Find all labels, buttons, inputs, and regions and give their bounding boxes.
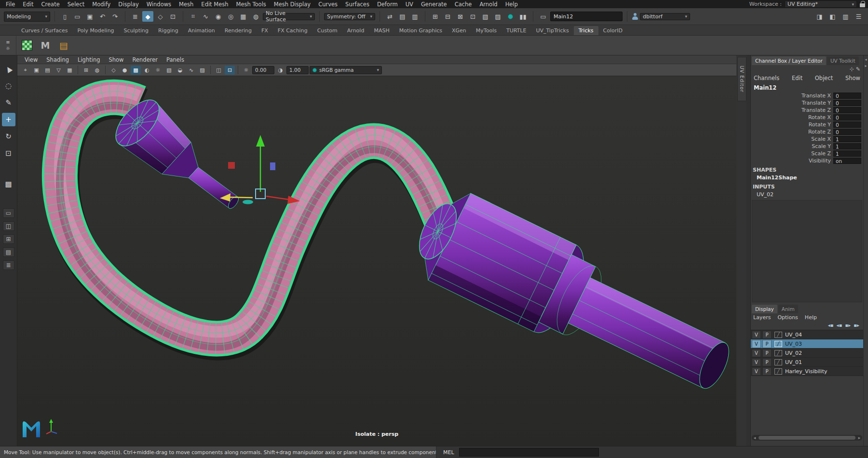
menu-deform[interactable]: Deform xyxy=(373,1,402,8)
snap-grid-icon[interactable]: ⌗ xyxy=(188,11,199,22)
layout-outliner-button[interactable]: ≣ xyxy=(3,260,14,270)
menu-cache[interactable]: Cache xyxy=(451,1,476,8)
menu-curves[interactable]: Curves xyxy=(314,1,341,8)
layer-playback-toggle[interactable]: P xyxy=(762,367,772,376)
object-name-input[interactable] xyxy=(550,12,623,21)
textured-shading-icon[interactable]: ▩ xyxy=(131,66,141,75)
select-object-mode-icon[interactable]: ◆ xyxy=(142,11,153,22)
panel-menu-view[interactable]: View xyxy=(20,56,42,63)
panel-collapse-strip[interactable]: ◂ ▸ xyxy=(863,55,868,446)
shelf-tab-arnold[interactable]: Arnold xyxy=(342,26,369,35)
tab-anim-layers[interactable]: Anim xyxy=(778,305,798,313)
layout-persp-outliner-button[interactable]: ▤ xyxy=(3,247,14,257)
layer-name[interactable]: Harley_Visibility xyxy=(784,368,827,375)
expand-panel-icon[interactable]: ▸ xyxy=(864,64,868,68)
pan-zoom-2d-icon[interactable]: ⊞ xyxy=(81,66,91,75)
shelf-menu-icon[interactable]: ≡ xyxy=(6,40,10,45)
shelf-tab-mash[interactable]: MASH xyxy=(369,26,394,35)
select-component-mode-icon[interactable]: ◇ xyxy=(155,11,166,22)
layer-row-harley-visibility[interactable]: V P ╱ Harley_Visibility xyxy=(751,367,863,376)
wireframe-shading-icon[interactable]: ◇ xyxy=(108,66,119,75)
layout-four-pane-button[interactable]: ⊞ xyxy=(3,234,14,244)
layer-editor-horizontal-scrollbar[interactable]: ◂ ▸ xyxy=(752,435,862,441)
output-connections-icon[interactable]: ▥ xyxy=(409,11,420,22)
snap-projected-center-icon[interactable]: ◎ xyxy=(225,11,236,22)
channel-value-visibility[interactable]: on xyxy=(833,158,861,164)
menu-select[interactable]: Select xyxy=(64,1,88,8)
layer-menu-options[interactable]: Options xyxy=(777,314,798,321)
layer-name[interactable]: UV_04 xyxy=(784,332,802,338)
menu-windows[interactable]: Windows xyxy=(143,1,175,8)
save-scene-icon[interactable]: ▣ xyxy=(84,11,95,22)
layer-row-uv-03[interactable]: V P ╱ UV_03 xyxy=(751,339,863,349)
menu-mesh-display[interactable]: Mesh Display xyxy=(270,1,314,8)
scroll-left-icon[interactable]: ◂ xyxy=(752,435,758,440)
channel-menu-edit[interactable]: Edit xyxy=(792,75,802,81)
shelf-gear-icon[interactable]: ☼ xyxy=(6,46,10,51)
snap-view-plane-icon[interactable]: ▦ xyxy=(238,11,249,22)
menu-create[interactable]: Create xyxy=(38,1,64,8)
panel-menu-show[interactable]: Show xyxy=(105,56,128,63)
toggle-attribute-editor-icon[interactable]: ◧ xyxy=(827,11,838,22)
menu-arnold[interactable]: Arnold xyxy=(475,1,501,8)
tab-channel-box-layer-editor[interactable]: Channel Box / Layer Editor xyxy=(752,56,826,65)
menu-edit[interactable]: Edit xyxy=(19,1,37,8)
shelf-tab-uv-tiptricks[interactable]: UV_TipTricks xyxy=(531,26,573,35)
channel-speed-icon[interactable]: ⊹ xyxy=(850,66,854,73)
menu-help[interactable]: Help xyxy=(502,1,522,8)
shadows-icon[interactable]: ▧ xyxy=(164,66,174,75)
select-tool[interactable]: ▲ xyxy=(2,62,15,76)
manipulator-y-arrowhead[interactable] xyxy=(256,135,265,147)
make-live-icon[interactable]: ◍ xyxy=(250,11,261,22)
toggle-tool-settings-icon[interactable]: ▥ xyxy=(840,11,851,22)
selection-mask-icon[interactable]: ⊡ xyxy=(167,11,178,22)
panel-menu-lighting[interactable]: Lighting xyxy=(73,56,104,63)
layer-menu-help[interactable]: Help xyxy=(805,314,817,321)
collapse-panel-icon[interactable]: ◂ xyxy=(864,57,868,62)
layer-menu-layers[interactable]: Layers xyxy=(753,314,771,321)
undo-icon[interactable]: ↶ xyxy=(97,11,108,22)
tab-display-layers[interactable]: Display xyxy=(752,305,777,313)
menu-mesh-tools[interactable]: Mesh Tools xyxy=(232,1,270,8)
select-camera-icon[interactable]: ⌖ xyxy=(20,66,30,75)
toggle-channel-box-icon[interactable]: ☰ xyxy=(853,11,864,22)
multisample-aa-icon[interactable]: ▨ xyxy=(197,66,207,75)
layer-playback-toggle[interactable]: P xyxy=(762,331,772,339)
command-language-label[interactable]: MEL xyxy=(443,449,454,456)
channel-value-translate-z[interactable]: 0 xyxy=(833,107,861,113)
layer-type-swatch[interactable]: ╱ xyxy=(774,341,782,347)
shelf-tab-poly-modeling[interactable]: Poly Modeling xyxy=(73,26,119,35)
redo-icon[interactable]: ↷ xyxy=(109,11,121,22)
lock-camera-icon[interactable]: ▣ xyxy=(31,66,41,75)
layout-single-pane-button[interactable]: ▭ xyxy=(3,208,14,218)
shelf-tab-animation[interactable]: Animation xyxy=(183,26,220,35)
scale-tool[interactable]: ⊡ xyxy=(2,147,15,160)
layer-type-swatch[interactable]: ╱ xyxy=(774,359,782,365)
shelf-tab-tricks[interactable]: Tricks xyxy=(574,26,598,35)
smooth-shading-icon[interactable]: ● xyxy=(120,66,130,75)
shelf-tab-xgen[interactable]: XGen xyxy=(447,26,471,35)
oversampling-icon[interactable]: ◍ xyxy=(92,66,102,75)
channel-box-object-name[interactable]: Main12 xyxy=(751,82,863,92)
layer-type-swatch[interactable]: ╱ xyxy=(774,368,782,375)
snap-point-icon[interactable]: ◉ xyxy=(213,11,224,22)
layer-name[interactable]: UV_02 xyxy=(784,350,802,356)
shelf-tab-colorid[interactable]: ColorID xyxy=(598,26,627,35)
layer-playback-toggle[interactable]: P xyxy=(762,340,772,348)
select-hierarchy-icon[interactable]: ≣ xyxy=(130,11,141,22)
snap-curve-icon[interactable]: ∿ xyxy=(200,11,211,22)
layer-visibility-toggle[interactable]: V xyxy=(752,331,761,339)
menu-generate[interactable]: Generate xyxy=(417,1,451,8)
move-tool[interactable]: + xyxy=(2,113,15,126)
manipulator-center-ellipse[interactable] xyxy=(243,200,253,204)
channel-menu-object[interactable]: Object xyxy=(815,75,833,81)
scroll-right-icon[interactable]: ▸ xyxy=(856,435,862,440)
isolate-select-icon[interactable]: ⊡ xyxy=(225,66,235,75)
layer-visibility-toggle[interactable]: V xyxy=(752,340,761,348)
shape-node-name[interactable]: Main12Shape xyxy=(751,174,863,181)
channel-menu-show[interactable]: Show xyxy=(845,75,860,81)
shelf-tab-custom[interactable]: Custom xyxy=(312,26,342,35)
scrollbar-thumb[interactable] xyxy=(759,436,855,440)
light-editor-icon[interactable]: ▨ xyxy=(492,11,503,22)
layer-row-uv-01[interactable]: V P ╱ UV_01 xyxy=(751,358,863,367)
